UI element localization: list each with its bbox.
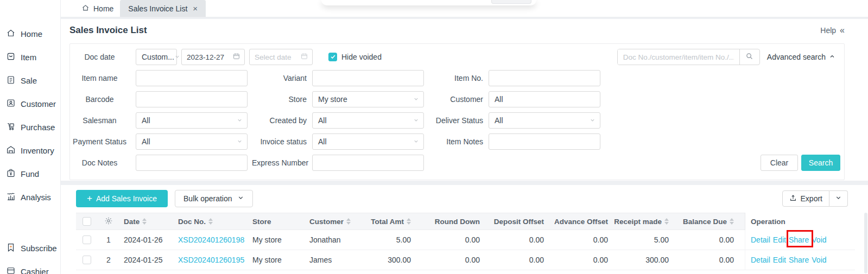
help-link[interactable]: Help « — [820, 26, 845, 35]
bulk-operation-label: Bulk operation — [183, 194, 232, 203]
header-label: Total Amt — [371, 218, 404, 226]
share-link[interactable]: Share — [789, 235, 809, 244]
table-scrollbar[interactable] — [864, 213, 867, 273]
selected-value: All — [318, 137, 327, 146]
col-header-doc-no[interactable]: Doc No. — [174, 218, 250, 226]
bulk-operation-button[interactable]: Bulk operation — [175, 190, 253, 207]
payment-status-label: Payment Status — [70, 137, 129, 146]
store-label: Store — [248, 95, 307, 104]
date-to-input[interactable]: Select date — [249, 49, 313, 65]
barcode-label: Barcode — [70, 95, 129, 104]
salesman-select[interactable]: All — [136, 112, 248, 129]
gear-icon[interactable] — [104, 216, 113, 227]
invoice-table: Date Doc No. Store Customer — [76, 213, 855, 270]
main-area: Home Sales Invoice List × Sales Invoice … — [61, 0, 868, 274]
deliver-status-select[interactable]: All — [489, 112, 600, 129]
chevron-down-icon — [413, 116, 419, 125]
sort-icon[interactable] — [730, 218, 734, 225]
payment-status-select[interactable]: All — [136, 133, 248, 150]
row-checkbox[interactable] — [83, 256, 91, 264]
help-label[interactable]: Help — [820, 26, 836, 35]
advanced-search-toggle[interactable]: Advanced search — [767, 53, 835, 61]
search-input[interactable] — [618, 49, 739, 65]
tab-home[interactable]: Home — [76, 0, 119, 17]
tab-label: Home — [93, 4, 113, 13]
sidebar-item-cashier[interactable]: Cashier — [0, 264, 60, 274]
sidebar-item-sale[interactable]: Sale — [0, 73, 60, 87]
customer-input[interactable] — [489, 91, 600, 107]
col-header-customer[interactable]: Customer — [307, 218, 365, 226]
select-all-checkbox[interactable] — [83, 217, 91, 226]
cell-advance-offset: 0.00 — [547, 256, 611, 264]
item-name-input[interactable] — [136, 70, 248, 86]
sidebar-item-item[interactable]: Item — [0, 50, 60, 64]
doc-no-link[interactable]: XSD202401260195 — [178, 256, 244, 264]
sidebar-item-subscribe[interactable]: Subscribe — [0, 241, 60, 255]
variant-input[interactable] — [312, 70, 424, 86]
doc-notes-input[interactable] — [136, 155, 248, 171]
col-header-balance-due[interactable]: Balance Due — [672, 218, 737, 226]
tab-sales-invoice-list[interactable]: Sales Invoice List × — [120, 0, 206, 17]
filter-panel: Doc date Custom... 2023-12-27 Select dat… — [69, 43, 845, 180]
filter-buttons: Clear Search — [761, 155, 840, 171]
sidebar-item-inventory[interactable]: Inventory — [0, 143, 60, 157]
filter-row-4: Salesman All Created by All Deliver Stat… — [70, 112, 844, 129]
search-button[interactable] — [739, 49, 759, 65]
detail-link[interactable]: Detail — [751, 235, 770, 244]
edit-link[interactable]: Edit — [773, 235, 786, 244]
sort-icon[interactable] — [142, 218, 147, 225]
sidebar-item-customer[interactable]: Customer — [0, 97, 60, 111]
col-header-receipt-made[interactable]: Receipt made — [611, 218, 672, 226]
invoice-status-select[interactable]: All — [312, 133, 424, 150]
page-title: Sales Invoice List — [69, 25, 147, 36]
add-sales-invoice-button[interactable]: + Add Sales Invoice — [76, 190, 168, 207]
sidebar-item-home[interactable]: Home — [0, 27, 60, 41]
share-link[interactable]: Share — [789, 256, 809, 264]
sidebar-item-fund[interactable]: Fund — [0, 167, 60, 181]
search-button[interactable]: Search — [801, 155, 840, 171]
date-from-input[interactable]: 2023-12-27 — [181, 49, 245, 65]
cell-store: My store — [250, 256, 307, 264]
store-select[interactable]: My store — [312, 91, 424, 107]
col-header-date[interactable]: Date — [119, 218, 174, 226]
created-by-select[interactable]: All — [312, 112, 424, 129]
selected-value: All — [142, 116, 150, 125]
sort-icon[interactable] — [407, 218, 411, 225]
doc-no-link[interactable]: XSD202401260198 — [178, 235, 244, 244]
sort-icon[interactable] — [346, 218, 351, 225]
edit-link[interactable]: Edit — [773, 256, 786, 264]
clear-button[interactable]: Clear — [761, 155, 798, 171]
barcode-input[interactable] — [136, 91, 248, 107]
cell-customer: Jonathan — [307, 235, 365, 244]
void-link[interactable]: Void — [812, 256, 826, 264]
chevron-down-icon — [237, 116, 243, 125]
sort-icon[interactable] — [664, 218, 669, 225]
express-number-input[interactable] — [312, 155, 424, 171]
close-icon[interactable]: × — [193, 4, 198, 12]
sidebar-item-analysis[interactable]: Analysis — [0, 190, 60, 204]
detail-link[interactable]: Detail — [751, 256, 770, 264]
cell-store: My store — [250, 235, 307, 244]
item-notes-input[interactable] — [489, 133, 600, 150]
hide-voided-label[interactable]: Hide voided — [341, 53, 382, 61]
export-button[interactable]: Export — [782, 190, 829, 207]
chevron-down-icon — [835, 194, 842, 203]
table-toolbar: + Add Sales Invoice Bulk operation Expor… — [61, 185, 868, 207]
row-checkbox[interactable] — [83, 235, 91, 244]
void-link[interactable]: Void — [812, 235, 826, 244]
hide-voided-checkbox[interactable] — [328, 53, 337, 61]
sort-icon[interactable] — [208, 218, 213, 225]
filter-row-5: Payment Status All Invoice status All It… — [70, 133, 844, 150]
col-header-total-amt[interactable]: Total Amt — [365, 218, 414, 226]
item-no-input[interactable] — [489, 70, 600, 86]
doc-date-range-select[interactable]: Custom... — [136, 49, 177, 65]
cell-customer: James — [307, 256, 365, 264]
collapse-icon[interactable]: « — [840, 26, 845, 35]
chevron-down-icon — [413, 95, 419, 104]
sidebar-item-purchase[interactable]: Purchase — [0, 120, 60, 134]
header-label: Deposit Offset — [494, 218, 544, 226]
date-value: 2023-12-27 — [187, 53, 224, 61]
selected-value: All — [318, 116, 327, 125]
deliver-status-label: Deliver Status — [424, 116, 483, 125]
export-dropdown-button[interactable] — [829, 190, 848, 207]
